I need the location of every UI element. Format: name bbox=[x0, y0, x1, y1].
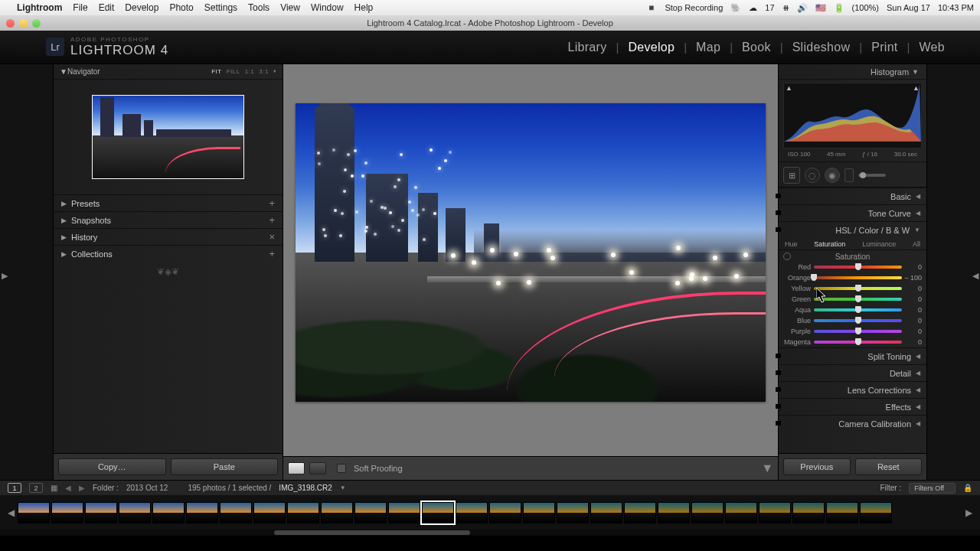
crop-tool-icon[interactable]: ⊞ bbox=[783, 167, 800, 184]
grid-icon[interactable]: ▦ bbox=[51, 484, 57, 492]
left-section-history[interactable]: ▶History× bbox=[54, 228, 283, 245]
menulet-value[interactable]: 17 bbox=[765, 3, 774, 12]
film-thumb[interactable] bbox=[523, 502, 555, 523]
module-slideshow[interactable]: Slideshow bbox=[792, 41, 851, 54]
image-preview[interactable] bbox=[296, 103, 766, 402]
filmstrip-left-icon[interactable]: ◀ bbox=[6, 507, 16, 518]
film-thumb[interactable] bbox=[85, 502, 117, 523]
slider-value[interactable]: 0 bbox=[902, 263, 922, 271]
module-map[interactable]: Map bbox=[696, 41, 720, 54]
evernote-icon[interactable]: 🐘 bbox=[730, 3, 741, 13]
redeye-tool-icon[interactable]: ◉ bbox=[825, 168, 840, 183]
slider-value[interactable]: – 100 bbox=[902, 274, 922, 282]
flag-icon[interactable]: 🇺🇸 bbox=[815, 3, 826, 13]
film-thumb[interactable] bbox=[590, 502, 622, 523]
spot-tool-icon[interactable]: ◌ bbox=[805, 168, 820, 183]
menu-edit[interactable]: Edit bbox=[99, 2, 115, 13]
close-window-icon[interactable] bbox=[6, 19, 15, 28]
nav-fwd-icon[interactable]: ▶ bbox=[79, 484, 85, 492]
film-thumb[interactable] bbox=[388, 502, 420, 523]
film-thumb[interactable] bbox=[489, 502, 521, 523]
section-camera calibration[interactable]: Camera Calibration◀ bbox=[779, 416, 926, 432]
film-thumb[interactable] bbox=[422, 502, 454, 523]
slider-value[interactable]: 0 bbox=[902, 317, 922, 324]
zoom-1-1[interactable]: 1:1 bbox=[245, 68, 255, 75]
slider-track[interactable] bbox=[814, 308, 902, 311]
identity-plate[interactable]: Lr ADOBE PHOTOSHOP LIGHTROOM 4 bbox=[46, 37, 168, 57]
zoom-popup-icon[interactable]: ♦ bbox=[273, 68, 276, 75]
film-thumb[interactable] bbox=[18, 502, 50, 523]
hsl-tab-all[interactable]: All bbox=[913, 240, 920, 248]
menu-help[interactable]: Help bbox=[354, 2, 374, 13]
previous-button[interactable]: Previous bbox=[783, 458, 851, 475]
toolbar-expand-icon[interactable]: ▼ bbox=[761, 461, 773, 475]
reset-button[interactable]: Reset bbox=[855, 458, 923, 475]
module-web[interactable]: Web bbox=[919, 41, 945, 54]
slider-track[interactable] bbox=[814, 330, 902, 333]
slider-value[interactable]: 0 bbox=[902, 338, 922, 346]
cloud-icon[interactable]: ☁ bbox=[749, 3, 757, 13]
filmstrip-scrollbar[interactable] bbox=[0, 530, 980, 536]
filter-lock-icon[interactable]: 🔒 bbox=[963, 484, 972, 492]
slider-value[interactable]: 0 bbox=[902, 295, 922, 303]
zoom-fit[interactable]: FIT bbox=[211, 68, 222, 75]
film-thumb[interactable] bbox=[152, 502, 185, 523]
menu-develop[interactable]: Develop bbox=[125, 2, 158, 13]
menu-settings[interactable]: Settings bbox=[204, 2, 237, 13]
tat-tool-icon[interactable] bbox=[783, 253, 791, 260]
menu-tools[interactable]: Tools bbox=[248, 2, 270, 13]
slider-track[interactable] bbox=[814, 341, 902, 344]
soft-proof-checkbox[interactable] bbox=[337, 464, 346, 473]
view-loupe-icon[interactable] bbox=[288, 462, 305, 474]
section-effects[interactable]: Effects◀ bbox=[779, 399, 926, 415]
histogram[interactable]: ▲ ▲ ISO 100 45 mm ƒ / 16 30.0 sec bbox=[779, 80, 926, 159]
expand-left-icon[interactable]: ▶ bbox=[2, 271, 8, 281]
view-before-after-icon[interactable] bbox=[309, 462, 326, 474]
slider-track[interactable] bbox=[814, 319, 902, 322]
section-split toning[interactable]: Split Toning◀ bbox=[779, 348, 926, 364]
brush-tool-icon[interactable] bbox=[858, 174, 886, 177]
film-thumb[interactable] bbox=[119, 502, 151, 523]
stop-recording-icon[interactable]: ◾ bbox=[646, 3, 657, 13]
navigator-header[interactable]: ▼Navigator FIT FILL 1:1 3:1♦ bbox=[54, 64, 283, 80]
menu-photo[interactable]: Photo bbox=[169, 2, 193, 13]
zoom-fill[interactable]: FILL bbox=[227, 68, 240, 75]
module-book[interactable]: Book bbox=[742, 41, 771, 54]
navigator-thumbnail[interactable] bbox=[92, 95, 244, 179]
histogram-header[interactable]: Histogram▼ bbox=[779, 64, 926, 80]
section-detail[interactable]: Detail◀ bbox=[779, 365, 926, 381]
nav-back-icon[interactable]: ◀ bbox=[65, 484, 71, 492]
stop-recording-label[interactable]: Stop Recording bbox=[665, 3, 723, 12]
film-thumb[interactable] bbox=[860, 502, 892, 523]
film-thumb[interactable] bbox=[253, 502, 286, 523]
speaker-icon[interactable]: 🔊 bbox=[797, 3, 808, 13]
battery-icon[interactable]: 🔋 bbox=[834, 3, 844, 13]
section-hsl[interactable]: HSL / Color / B & W▼ bbox=[779, 222, 926, 238]
minimize-window-icon[interactable] bbox=[19, 19, 28, 28]
slider-value[interactable]: 0 bbox=[902, 285, 922, 292]
film-thumb[interactable] bbox=[321, 502, 353, 523]
module-develop[interactable]: Develop bbox=[628, 41, 675, 54]
left-section-snapshots[interactable]: ▶Snapshots+ bbox=[54, 211, 283, 228]
zoom-3-1[interactable]: 3:1 bbox=[259, 68, 269, 75]
menu-view[interactable]: View bbox=[280, 2, 300, 13]
wifi-icon[interactable]: ⧻ bbox=[782, 3, 789, 13]
folder-name[interactable]: 2013 Oct 12 bbox=[126, 484, 168, 492]
film-thumb[interactable] bbox=[51, 502, 83, 523]
slider-track[interactable] bbox=[814, 276, 902, 279]
film-thumb[interactable] bbox=[826, 502, 858, 523]
film-thumb[interactable] bbox=[456, 502, 488, 523]
film-thumb[interactable] bbox=[186, 502, 218, 523]
module-print[interactable]: Print bbox=[871, 41, 897, 54]
menubar-time[interactable]: 10:43 PM bbox=[938, 3, 974, 12]
copy-button[interactable]: Copy… bbox=[58, 458, 166, 475]
film-thumb[interactable] bbox=[557, 502, 589, 523]
film-thumb[interactable] bbox=[624, 502, 656, 523]
slider-value[interactable]: 0 bbox=[902, 328, 922, 335]
module-library[interactable]: Library bbox=[567, 41, 606, 54]
film-thumb[interactable] bbox=[220, 502, 252, 523]
filmstrip-right-icon[interactable]: ▶ bbox=[964, 507, 974, 518]
hsl-tab-saturation[interactable]: Saturation bbox=[814, 240, 845, 248]
section-tone-curve[interactable]: Tone Curve◀ bbox=[779, 205, 926, 221]
slider-track[interactable] bbox=[814, 298, 902, 301]
